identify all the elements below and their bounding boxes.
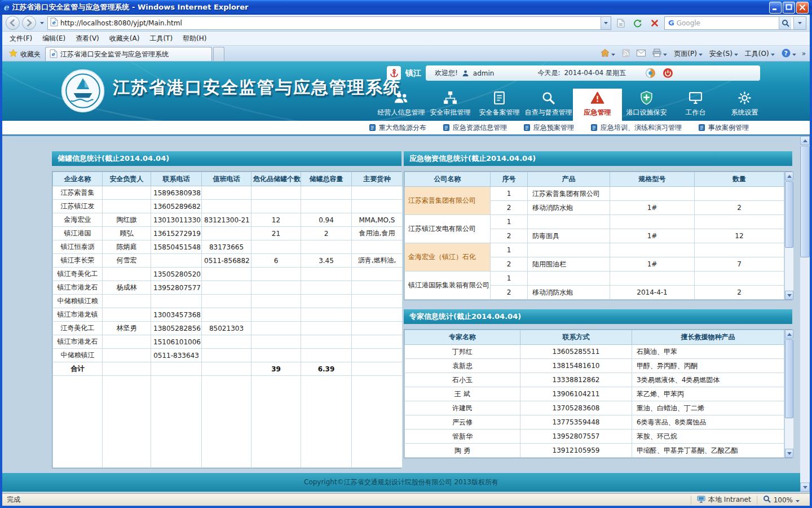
- maximize-button[interactable]: [783, 2, 795, 14]
- compatibility-button[interactable]: [614, 16, 628, 30]
- table-cell: 何雪宏: [103, 254, 151, 268]
- page-menu-button[interactable]: 页面(P): [671, 47, 705, 60]
- nav-item[interactable]: 工作台: [671, 89, 720, 121]
- menu-item[interactable]: 收藏夹(A): [104, 32, 145, 46]
- forward-button[interactable]: [22, 16, 36, 30]
- products-cell: 甲醇、异丙醇、丙酮: [632, 359, 784, 373]
- refresh-button[interactable]: [630, 16, 645, 30]
- scroll-down-button[interactable]: [785, 291, 793, 300]
- experts-scrollbar[interactable]: [784, 330, 793, 458]
- overflow-chevron-icon[interactable]: »: [800, 50, 807, 58]
- title-bar[interactable]: e 江苏省港口安全监管与应急管理系统 - Windows Internet Ex…: [0, 0, 812, 15]
- scroll-up-button[interactable]: [785, 172, 793, 181]
- favorites-button[interactable]: 收藏夹: [5, 47, 45, 61]
- nav-item[interactable]: 应急管理: [573, 89, 622, 121]
- anchor-icon: [387, 66, 401, 80]
- scroll-up-button[interactable]: [800, 136, 810, 145]
- nav-item[interactable]: 自查与督查管理: [524, 89, 573, 121]
- subnav-item[interactable]: 应急预案管理: [524, 123, 574, 133]
- company-cell: 江苏镇江发电有限公司: [405, 215, 491, 243]
- back-button[interactable]: [6, 16, 20, 30]
- address-input[interactable]: [60, 17, 598, 29]
- table-cell: 顾弘: [103, 227, 151, 240]
- page-scrollbar[interactable]: [800, 136, 810, 492]
- nav-item[interactable]: 经营人信息管理: [377, 89, 426, 121]
- products-cell: 重油、白蜡油、丁二烯: [632, 401, 784, 415]
- table-cell: [202, 362, 251, 376]
- browser-tab[interactable]: e 江苏省港口安全监管与应急管理系统: [45, 47, 212, 61]
- zoom-level: 100%: [774, 496, 793, 504]
- scroll-up-button[interactable]: [785, 330, 793, 339]
- nav-item[interactable]: 安全审批管理: [426, 89, 475, 121]
- minimize-button[interactable]: [769, 2, 782, 14]
- subnav-item[interactable]: 重大危险源分布: [369, 123, 426, 133]
- scrollbar-thumb[interactable]: [785, 339, 793, 418]
- company-cell: 镇江港国际集装箱有限公司: [405, 271, 491, 300]
- supplies-panel: 应急物资信息统计(截止2014.04.04) 公司名称序号产品规格型号数量 江苏…: [404, 151, 792, 300]
- feeds-button[interactable]: [619, 47, 633, 60]
- favorites-bar: 收藏夹 e 江苏省港口安全监管与应急管理系统 页面(P) 安全(S) 工具(O)…: [2, 46, 810, 62]
- nav-label: 港口设施保安: [626, 108, 667, 117]
- menu-item[interactable]: 帮助(H): [178, 32, 211, 46]
- search-input[interactable]: [677, 19, 776, 27]
- expert-name-cell: 丁邦红: [405, 345, 520, 359]
- table-row: 合计396.39: [53, 362, 403, 376]
- menu-item[interactable]: 编辑(E): [37, 32, 70, 46]
- theme-icon[interactable]: [646, 68, 655, 78]
- table-cell: [251, 240, 301, 254]
- table-cell: [352, 186, 403, 200]
- menu-item[interactable]: 查看(V): [70, 32, 104, 46]
- search-button[interactable]: [779, 17, 791, 29]
- tools-menu-button[interactable]: 工具(O): [742, 47, 778, 60]
- read-mail-button[interactable]: [634, 48, 648, 60]
- close-button[interactable]: [796, 2, 809, 14]
- menu-item[interactable]: 工具(T): [144, 32, 178, 46]
- scroll-down-button[interactable]: [785, 449, 793, 458]
- table-cell: 镇江李长荣: [53, 254, 103, 268]
- qty-cell: 12: [695, 229, 784, 243]
- nav-label: 工作台: [686, 108, 706, 117]
- menu-item[interactable]: 文件(F): [5, 32, 37, 46]
- table-cell: [103, 376, 151, 468]
- table-cell: [202, 227, 251, 240]
- logout-button[interactable]: [663, 68, 673, 78]
- home-button[interactable]: [598, 47, 618, 60]
- table-cell: [352, 281, 403, 295]
- chevron-down-icon: [699, 50, 703, 58]
- table-cell: 6: [251, 254, 301, 268]
- address-dropdown[interactable]: [601, 17, 611, 29]
- company-cell: 金海宏业（镇江）石化: [405, 243, 491, 271]
- table-cell: [251, 335, 301, 349]
- new-tab-stub[interactable]: [213, 47, 224, 61]
- table-cell: [202, 376, 251, 468]
- subnav-item[interactable]: 应急资源信息管理: [443, 123, 507, 133]
- search-options-dropdown[interactable]: [793, 17, 806, 29]
- table-cell: 0.94: [301, 213, 352, 227]
- seq-cell: 2: [491, 257, 528, 271]
- table-cell: [103, 268, 151, 281]
- table-cell: 杨成林: [103, 281, 151, 295]
- supplies-scrollbar[interactable]: [784, 172, 793, 300]
- nav-item[interactable]: 港口设施保安: [622, 89, 671, 121]
- scroll-down-button[interactable]: [800, 483, 810, 492]
- nav-item[interactable]: 安全备案管理: [475, 89, 524, 121]
- scrollbar-thumb[interactable]: [785, 181, 793, 248]
- nav-item[interactable]: 系统设置: [720, 89, 769, 121]
- history-dropdown[interactable]: [38, 22, 45, 24]
- scrollbar-thumb[interactable]: [800, 146, 810, 257]
- address-bar: e G: [2, 15, 810, 32]
- table-cell: [53, 376, 103, 468]
- document-icon: [492, 91, 506, 105]
- safety-menu-button[interactable]: 安全(S): [707, 47, 741, 60]
- table-cell: [103, 200, 151, 213]
- products-cell: 苯胺、环己烷: [632, 430, 784, 444]
- stop-button[interactable]: [647, 16, 662, 30]
- column-header: 产品: [528, 172, 610, 187]
- zoom-control[interactable]: 100%: [757, 496, 805, 505]
- print-button[interactable]: [650, 47, 670, 60]
- star-icon: [9, 49, 17, 59]
- shield-icon: [639, 91, 654, 105]
- help-menu-button[interactable]: ?: [779, 47, 799, 61]
- subnav-item[interactable]: 应急培训、演练和演习管理: [591, 123, 682, 133]
- subnav-item[interactable]: 事故案例管理: [699, 123, 749, 133]
